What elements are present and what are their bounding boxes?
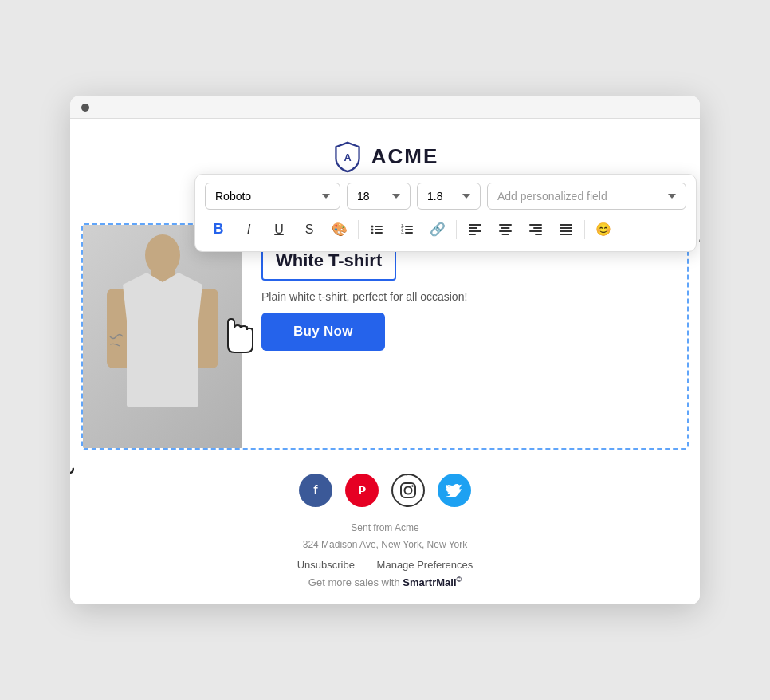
underline-icon: U [274,222,284,237]
email-preview: A ACME Home New Additions Clearance Abou… [70,119,700,605]
svg-point-39 [405,486,412,494]
svg-point-3 [371,228,374,230]
svg-rect-4 [375,229,383,230]
svg-rect-21 [529,224,542,226]
link-icon: 🔗 [430,222,446,237]
social-icons: f 𝗣 [86,474,684,507]
acme-logo: A ACME [332,141,439,173]
link-button[interactable]: 🔗 [424,216,451,243]
svg-rect-10 [405,229,413,230]
underline-button[interactable]: U [265,216,293,243]
align-center-icon [499,224,512,235]
product-image-svg [107,225,218,448]
selection-area: Roboto 18 1.8 Add personal [81,223,689,450]
svg-rect-27 [560,230,572,232]
emoji-icon: 😊 [595,222,611,237]
email-footer: f 𝗣 [70,450,700,605]
align-right-button[interactable] [522,216,549,243]
svg-point-40 [411,485,413,486]
svg-rect-14 [469,227,477,229]
product-image-area [83,225,242,448]
instagram-icon[interactable] [391,474,425,507]
italic-icon: I [247,222,251,238]
svg-rect-8 [405,226,413,227]
numbered-list-button[interactable]: 1. 2. 3. [394,216,421,243]
browser-window: A ACME Home New Additions Clearance Abou… [70,96,700,605]
font-family-select[interactable]: Roboto [205,183,340,210]
bullet-list-icon [371,223,383,236]
bullet-list-button[interactable] [363,216,391,243]
italic-button[interactable]: I [235,216,262,243]
line-spacing-chevron-icon [462,194,470,199]
justify-button[interactable] [552,216,579,243]
justify-icon [560,224,572,235]
product-title: White T-shirt [276,250,382,270]
svg-text:3.: 3. [401,230,404,234]
twitter-svg-icon [446,483,462,497]
buy-now-button[interactable]: Buy Now [261,313,385,351]
svg-point-5 [371,231,374,234]
color-button[interactable]: 🎨 [326,216,353,243]
line-spacing-value: 1.8 [427,190,442,203]
svg-rect-6 [375,232,383,234]
footer-links: Unsubscribe Manage Preferences [86,559,684,571]
svg-rect-13 [469,224,481,226]
toolbar-divider-1 [358,220,359,239]
svg-point-1 [371,225,374,227]
svg-rect-15 [469,230,481,232]
paint-icon: 🎨 [332,222,348,237]
align-center-button[interactable] [492,216,519,243]
acme-shield-icon: A [332,141,363,173]
toolbar-row-1: Roboto 18 1.8 Add personal [205,183,686,210]
pinterest-icon[interactable]: 𝗣 [345,474,379,507]
svg-rect-26 [560,227,572,229]
svg-rect-17 [499,224,512,226]
footer-sent-from: Sent from Acme 324 Madison Ave, New York… [86,520,684,554]
svg-text:A: A [344,151,351,163]
svg-rect-16 [469,234,476,235]
facebook-icon[interactable]: f [299,474,332,507]
font-family-chevron-icon [322,194,330,199]
product-section: White T-shirt Plain white t-shirt, perfe… [83,225,687,448]
svg-rect-28 [560,234,572,235]
svg-rect-23 [529,230,542,232]
strikethrough-button[interactable]: S [296,216,323,243]
toolbar-row-2: B I U S 🎨 [205,216,686,243]
svg-rect-34 [127,319,198,407]
font-size-chevron-icon [392,194,400,199]
text-editor-toolbar: Roboto 18 1.8 Add personal [194,174,697,252]
svg-rect-20 [502,234,509,235]
product-description: Plain white t-shirt, perfect for all occ… [261,290,668,303]
font-size-value: 18 [357,190,370,203]
emoji-button[interactable]: 😊 [590,216,617,243]
acme-logo-text: ACME [371,144,439,169]
personalized-field-chevron-icon [668,194,676,199]
browser-dot [81,104,89,112]
svg-rect-25 [560,224,572,226]
product-info: White T-shirt Plain white t-shirt, perfe… [242,225,687,448]
smartrmail-brand: SmartrMail© [403,576,462,588]
font-family-value: Roboto [215,190,251,203]
svg-rect-12 [405,232,413,234]
personalized-field-placeholder: Add personalized field [497,190,607,203]
svg-rect-24 [535,234,542,235]
numbered-list-icon: 1. 2. 3. [401,223,414,236]
svg-rect-18 [501,227,510,229]
align-right-icon [529,224,542,235]
browser-chrome [70,96,700,119]
instagram-svg-icon [399,482,417,499]
manage-preferences-link[interactable]: Manage Preferences [377,559,473,571]
svg-rect-2 [375,226,383,227]
unsubscribe-link[interactable]: Unsubscribe [297,559,355,571]
bold-button[interactable]: B [205,216,232,243]
personalized-field-select[interactable]: Add personalized field [487,183,686,210]
align-left-button[interactable] [462,216,489,243]
align-left-icon [469,224,481,235]
twitter-icon[interactable] [438,474,471,507]
product-image [83,225,242,448]
svg-rect-22 [533,227,542,229]
svg-point-31 [145,234,180,276]
line-spacing-select[interactable]: 1.8 [417,183,481,210]
strikethrough-icon: S [305,222,314,237]
font-size-select[interactable]: 18 [347,183,411,210]
